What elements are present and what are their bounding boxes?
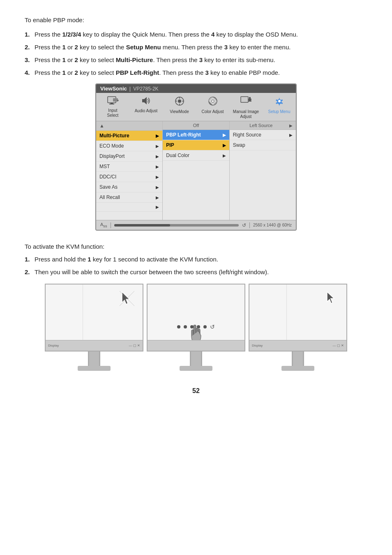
screen-wrapper-right: Display — ▢ ✕ bbox=[249, 284, 347, 371]
screen-wrapper-mid: ↺ bbox=[147, 284, 245, 371]
osd-item-displayport: DisplayPort▶ bbox=[96, 151, 162, 162]
step-3-num: 3. bbox=[25, 56, 35, 63]
osd-footer-icon-left: Ass bbox=[100, 222, 107, 228]
svg-marker-6 bbox=[144, 97, 147, 104]
step-4-num: 4. bbox=[25, 69, 35, 76]
osd-progress-bar bbox=[114, 224, 239, 227]
step-2-num: 2. bbox=[25, 44, 35, 51]
screen-left-footer: Display — ▢ ✕ bbox=[46, 340, 143, 351]
intro-paragraph: To enable PBP mode: bbox=[25, 16, 367, 23]
osd-col3-items: Right Source▶ Swap bbox=[230, 130, 296, 220]
page-number: 52 bbox=[25, 387, 367, 395]
kvm-step-1-text: Press and hold the 1 key for 1 second to… bbox=[35, 256, 367, 263]
svg-point-20 bbox=[278, 100, 281, 102]
steps-list: 1. Press the 1/2/3/4 key to display the … bbox=[25, 31, 367, 76]
audio-icon bbox=[141, 96, 152, 108]
screen-right-footer: Display — ▢ ✕ bbox=[249, 340, 346, 351]
step-3-text: Press the 1 or 2 key to select Multi-Pic… bbox=[35, 56, 367, 63]
screen-mid-base bbox=[180, 366, 212, 371]
kvm-step-2-text: Then you will be able to switch the curs… bbox=[35, 268, 367, 275]
osd-icon-viewmode: ViewMode bbox=[165, 96, 194, 119]
osd-col1-header: ▲ bbox=[96, 121, 162, 131]
screen-right-stand bbox=[292, 352, 304, 366]
osd-item-swap: Swap bbox=[230, 140, 296, 150]
osd-icon-viewmode-label: ViewMode bbox=[170, 109, 189, 114]
osd-item-ddc-ci: DDC/CI▶ bbox=[96, 172, 162, 182]
kvm-intro: To activate the KVM function: bbox=[25, 243, 367, 250]
osd-item-mst: MST▶ bbox=[96, 162, 162, 172]
osd-icon-manual-label: Manual ImageAdjust bbox=[233, 109, 259, 119]
osd-icon-input-select: InputSelect bbox=[99, 96, 127, 119]
osd-brand: ViewSonic bbox=[100, 86, 127, 92]
osd-item-pbp-left-right: PBP Left-Right▶ bbox=[163, 130, 229, 140]
osd-resolution: 2560 x 1440 @ 60Hz bbox=[253, 223, 292, 227]
step-1-text: Press the 1/2/3/4 key to display the Qui… bbox=[35, 31, 367, 38]
screen-left-base bbox=[78, 366, 111, 371]
cursor-left bbox=[120, 291, 134, 307]
screen-right: Display — ▢ ✕ bbox=[249, 284, 347, 352]
screen-mid: ↺ bbox=[147, 284, 245, 352]
screen-wrapper-left: Display — ▢ ✕ bbox=[45, 284, 143, 371]
osd-item-right-source: Right Source▶ bbox=[230, 130, 296, 140]
osd-col3-header: Left Source ▶ bbox=[230, 121, 296, 130]
osd-item-all-recall: All Recall▶ bbox=[96, 192, 162, 203]
manual-image-icon bbox=[240, 96, 252, 109]
kvm-step-1: 1. Press and hold the 1 key for 1 second… bbox=[25, 256, 367, 263]
osd-icon-color-label: Color Adjust bbox=[202, 109, 224, 114]
screen-mid-stand bbox=[190, 352, 202, 366]
osd-item-pip: PIP▶ bbox=[163, 140, 229, 150]
osd-item-multi-picture: Multi-Picture▶ bbox=[96, 131, 162, 141]
osd-item-dual-color: Dual Color▶ bbox=[163, 150, 229, 161]
kvm-step-2-num: 2. bbox=[25, 268, 35, 275]
color-icon bbox=[208, 96, 218, 109]
osd-title-bar: ViewSonic | VP2785-2K bbox=[96, 84, 296, 93]
viewmode-icon bbox=[175, 96, 184, 109]
osd-progress-fill bbox=[114, 224, 171, 227]
osd-icon-manual-image: Manual ImageAdjust bbox=[232, 96, 261, 119]
step-2-text: Press the 1 or 2 key to select the Setup… bbox=[35, 44, 367, 51]
screen-left-stand bbox=[88, 352, 100, 366]
osd-menu: ViewSonic | VP2785-2K InputSelect bbox=[95, 83, 297, 231]
osd-item-empty: ▶ bbox=[96, 203, 162, 212]
osd-col2-header: Off bbox=[163, 121, 229, 130]
osd-icon-audio: Audio Adjust bbox=[132, 96, 161, 119]
screen-right-divider bbox=[286, 284, 287, 340]
osd-footer: Ass ↺ 2560 x 1440 @ 60Hz bbox=[96, 220, 296, 230]
svg-rect-18 bbox=[248, 100, 251, 102]
osd-col-1: ▲ Multi-Picture▶ ECO Mode▶ DisplayPort▶ … bbox=[96, 121, 163, 220]
osd-col2-items: PBP Left-Right▶ PIP▶ Dual Color▶ bbox=[163, 130, 229, 220]
dot-reload-icon: ↺ bbox=[210, 324, 215, 330]
dot-2 bbox=[184, 325, 187, 328]
svg-rect-2 bbox=[109, 104, 114, 104]
cursor-right bbox=[325, 291, 338, 305]
kvm-section: To activate the KVM function: 1. Press a… bbox=[25, 243, 367, 371]
screen-mid-footer bbox=[148, 340, 244, 351]
svg-marker-28 bbox=[327, 292, 334, 303]
kvm-step-1-num: 1. bbox=[25, 256, 35, 263]
osd-icon-setup-label: Setup Menu bbox=[268, 109, 291, 114]
osd-icon-input-label: InputSelect bbox=[107, 108, 119, 118]
osd-body: ▲ Multi-Picture▶ ECO Mode▶ DisplayPort▶ … bbox=[96, 121, 296, 220]
step-1-num: 1. bbox=[25, 31, 35, 38]
svg-point-14 bbox=[212, 100, 214, 102]
kvm-steps-list: 1. Press and hold the 1 key for 1 second… bbox=[25, 256, 367, 275]
step-1: 1. Press the 1/2/3/4 key to display the … bbox=[25, 31, 367, 38]
svg-rect-5 bbox=[142, 99, 144, 102]
step-3: 3. Press the 1 or 2 key to select Multi-… bbox=[25, 56, 367, 63]
svg-rect-15 bbox=[241, 97, 248, 102]
osd-col1-items: Multi-Picture▶ ECO Mode▶ DisplayPort▶ MS… bbox=[96, 131, 162, 220]
osd-icon-audio-label: Audio Adjust bbox=[135, 109, 158, 113]
screen-left: Display — ▢ ✕ bbox=[45, 284, 143, 352]
screens-illustration: Display — ▢ ✕ ↺ bbox=[25, 284, 367, 371]
dot-1 bbox=[177, 325, 180, 328]
osd-refresh-icon: ↺ bbox=[242, 222, 246, 228]
step-2: 2. Press the 1 or 2 key to select the Se… bbox=[25, 44, 367, 51]
osd-icons-row: InputSelect Audio Adjust bbox=[96, 93, 296, 121]
kvm-step-2: 2. Then you will be able to switch the c… bbox=[25, 268, 367, 275]
input-select-icon bbox=[107, 96, 119, 107]
svg-point-8 bbox=[178, 99, 181, 103]
svg-rect-1 bbox=[111, 103, 113, 104]
osd-col-2: Off PBP Left-Right▶ PIP▶ Dual Color▶ bbox=[163, 121, 229, 220]
osd-item-eco-mode: ECO Mode▶ bbox=[96, 141, 162, 151]
screen-left-divider bbox=[83, 284, 83, 340]
